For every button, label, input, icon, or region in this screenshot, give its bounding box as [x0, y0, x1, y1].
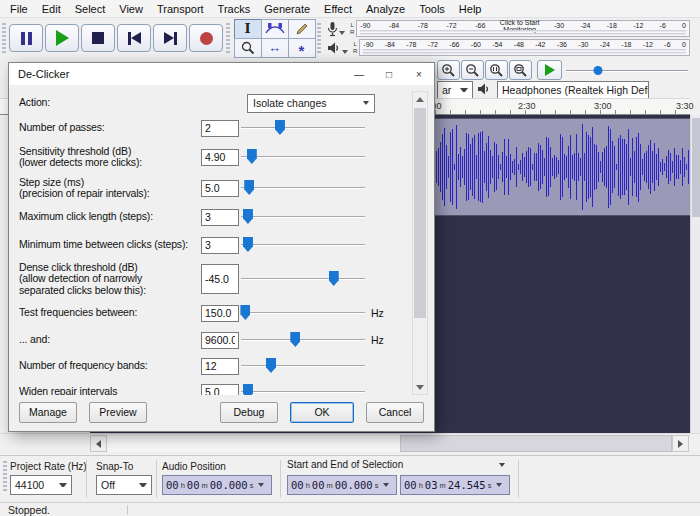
vertical-scrollbar-thumb[interactable]	[692, 118, 700, 217]
maximize-icon[interactable]: □	[374, 63, 404, 85]
slider-thumb[interactable]	[247, 149, 257, 164]
menu-analyze[interactable]: Analyze	[359, 0, 412, 17]
selection-mode-dropdown[interactable]: Start and End of Selection	[287, 459, 505, 470]
time-shift-tool-button[interactable]: ↔	[261, 38, 289, 58]
widen-repair-intervals-field[interactable]	[201, 384, 239, 396]
menu-help[interactable]: Help	[452, 0, 489, 17]
debug-button[interactable]: Debug	[220, 402, 278, 423]
play-channel-labels: L R	[353, 41, 357, 55]
fit-project-button[interactable]	[509, 60, 532, 80]
recording-meter[interactable]: L R -90-84-78-72-66 Click to Start Monit…	[327, 20, 690, 38]
recording-meter-scale[interactable]: -90-84-78-72-66 Click to Start Monitorin…	[356, 20, 690, 37]
hscroll-thumb[interactable]	[400, 435, 672, 452]
output-device-combo[interactable]: Headphones (Realtek High Defini	[497, 81, 649, 99]
step-size-slider[interactable]	[239, 179, 367, 197]
recording-meter-dropdown-icon[interactable]	[339, 31, 345, 35]
project-rate-combo[interactable]: 44100	[10, 475, 72, 495]
zoom-in-button[interactable]	[437, 60, 460, 80]
scroll-right-button[interactable]	[672, 435, 689, 452]
number-of-passes-slider[interactable]	[239, 119, 367, 137]
minimize-icon[interactable]: —	[344, 63, 374, 85]
selection-toolbar-grip[interactable]	[3, 461, 7, 491]
scroll-up-button[interactable]	[413, 92, 427, 106]
menu-tools[interactable]: Tools	[412, 0, 452, 17]
manage-button[interactable]: Manage	[19, 402, 77, 423]
play-at-speed-button[interactable]	[537, 60, 562, 80]
audio-position-field[interactable]: 00h00m00.000s	[162, 475, 272, 495]
action-dropdown[interactable]: Isolate changes	[247, 94, 375, 113]
close-icon[interactable]: ×	[404, 63, 434, 85]
horizontal-scrollbar[interactable]	[0, 433, 700, 452]
menu-view[interactable]: View	[112, 0, 150, 17]
dialog-scrollbar-thumb[interactable]	[414, 108, 426, 318]
vertical-scrollbar[interactable]	[690, 115, 700, 433]
menu-file[interactable]: File	[3, 0, 35, 17]
selection-start-field[interactable]: 00h00m00.000s	[287, 475, 397, 495]
playback-speed-slider[interactable]	[566, 66, 688, 76]
widen-repair-intervals-slider[interactable]	[239, 383, 367, 395]
test-frequencies-high-slider[interactable]	[239, 331, 367, 349]
slider-thumb[interactable]	[266, 358, 276, 373]
slider-thumb[interactable]	[240, 305, 250, 320]
scroll-left-button[interactable]	[90, 435, 107, 452]
cancel-button[interactable]: Cancel	[366, 402, 424, 423]
maximum-click-length-field[interactable]	[201, 209, 239, 226]
draw-tool-button[interactable]	[288, 19, 316, 39]
preview-button[interactable]: Preview	[89, 402, 147, 423]
selection-tool-button[interactable]: I	[234, 19, 262, 39]
playback-meter[interactable]: L R -90-84-78-72-66-60-54-48-42-36-30-24…	[327, 39, 690, 57]
skip-to-start-button[interactable]	[117, 24, 151, 52]
minimum-time-between-clicks-field[interactable]	[201, 237, 239, 254]
zoom-tool-button[interactable]	[234, 38, 262, 58]
slider-thumb[interactable]	[243, 209, 253, 224]
menu-tracks[interactable]: Tracks	[211, 0, 258, 17]
minimum-time-between-clicks-row: Minimum time between clicks (steps):	[19, 231, 406, 259]
sensitivity-threshold-field[interactable]	[201, 149, 239, 166]
skip-to-end-button[interactable]	[153, 24, 187, 52]
play-button[interactable]	[45, 24, 79, 52]
step-size-field[interactable]	[201, 180, 239, 197]
number-of-frequency-bands-slider[interactable]	[239, 357, 367, 375]
sensitivity-threshold-slider[interactable]	[239, 148, 367, 166]
meter-toolbar-grip[interactable]	[317, 23, 321, 53]
recording-channels-combo[interactable]: ar	[437, 81, 473, 99]
speed-slider-thumb[interactable]	[593, 66, 602, 75]
fit-selection-button[interactable]	[485, 60, 508, 80]
slider-thumb[interactable]	[329, 271, 339, 286]
test-frequencies-low-field[interactable]	[201, 305, 239, 322]
menu-select[interactable]: Select	[68, 0, 113, 17]
minimum-time-between-clicks-slider[interactable]	[239, 236, 367, 254]
slider-thumb[interactable]	[243, 384, 253, 395]
dense-click-threshold-slider[interactable]	[239, 270, 367, 288]
dialog-scrollbar[interactable]	[412, 91, 428, 395]
snap-to-combo[interactable]: Off	[96, 475, 152, 495]
playback-meter-scale[interactable]: -90-84-78-72-66-60-54-48-42-36-30-24-18-…	[359, 39, 690, 56]
maximum-click-length-slider[interactable]	[239, 208, 367, 226]
pause-button[interactable]	[9, 24, 43, 52]
menu-generate[interactable]: Generate	[257, 0, 317, 17]
slider-thumb[interactable]	[275, 120, 285, 135]
test-frequencies-high-field[interactable]	[201, 332, 239, 349]
envelope-tool-button[interactable]	[261, 19, 289, 39]
record-button[interactable]	[189, 24, 223, 52]
ok-button[interactable]: OK	[290, 402, 354, 423]
tools-toolbar-grip[interactable]	[226, 23, 230, 53]
number-of-frequency-bands-field[interactable]	[201, 358, 239, 375]
menu-edit[interactable]: Edit	[35, 0, 68, 17]
selection-end-field[interactable]: 00h03m24.545s	[400, 475, 510, 495]
menu-effect[interactable]: Effect	[317, 0, 359, 17]
transport-toolbar-grip[interactable]	[2, 23, 6, 53]
zoom-out-button[interactable]	[461, 60, 484, 80]
scroll-down-button[interactable]	[413, 380, 427, 394]
dense-click-threshold-field[interactable]	[201, 264, 239, 294]
menu-transport[interactable]: Transport	[150, 0, 211, 17]
slider-thumb[interactable]	[290, 332, 300, 347]
dialog-title-bar[interactable]: De-Clicker — □ ×	[9, 63, 434, 85]
multi-tool-button[interactable]: *	[288, 38, 316, 58]
stop-button[interactable]	[81, 24, 115, 52]
playback-meter-dropdown-icon[interactable]	[342, 50, 348, 54]
number-of-passes-field[interactable]	[201, 120, 239, 137]
slider-thumb[interactable]	[244, 180, 254, 195]
slider-thumb[interactable]	[243, 237, 253, 252]
test-frequencies-low-slider[interactable]	[239, 304, 367, 322]
